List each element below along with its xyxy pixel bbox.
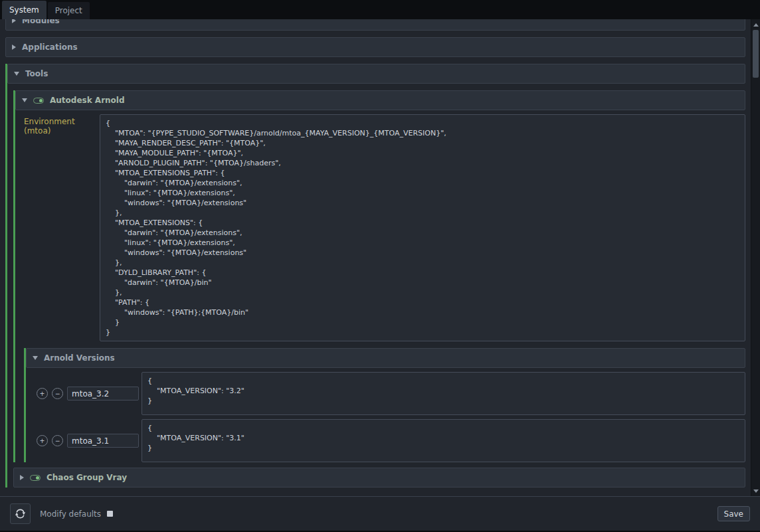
group-chaos-group-vray-header[interactable]: Chaos Group Vray xyxy=(13,468,745,488)
group-tools-header[interactable]: Tools xyxy=(7,64,745,84)
group-tools: Tools Autodesk Arnold Envir xyxy=(5,64,745,488)
tab-bar: System Project xyxy=(0,0,760,19)
vertical-scrollbar[interactable] xyxy=(751,19,760,496)
group-tools-body: Autodesk Arnold Environment (mtoa) { "MT… xyxy=(7,84,745,488)
add-version-button[interactable]: + xyxy=(37,435,48,446)
group-arnold-versions: Arnold Versions + − { "MTOA_VERSION": "3… xyxy=(24,348,745,462)
group-chaos-group-vray: Chaos Group Vray xyxy=(13,468,745,488)
group-autodesk-arnold-body: Environment (mtoa) { "MTOA": "{PYPE_STUD… xyxy=(15,110,745,462)
group-autodesk-arnold: Autodesk Arnold Environment (mtoa) { "MT… xyxy=(13,90,745,462)
arrow-down-icon xyxy=(753,489,759,493)
add-version-button[interactable]: + xyxy=(37,388,48,399)
modify-defaults-label: Modify defaults xyxy=(40,509,101,519)
modify-defaults-checkbox[interactable] xyxy=(107,511,113,517)
chevron-right-icon xyxy=(12,44,16,50)
group-modules: Modules xyxy=(5,19,745,31)
chevron-down-icon xyxy=(33,356,38,360)
group-autodesk-arnold-title: Autodesk Arnold xyxy=(50,96,125,105)
tab-project[interactable]: Project xyxy=(48,2,90,19)
tab-system[interactable]: System xyxy=(2,1,47,19)
refresh-button[interactable] xyxy=(10,503,31,524)
group-arnold-versions-title: Arnold Versions xyxy=(44,353,115,363)
group-applications: Applications xyxy=(5,37,745,57)
group-arnold-versions-header[interactable]: Arnold Versions xyxy=(26,348,745,368)
remove-version-button[interactable]: − xyxy=(52,435,63,446)
environment-json-textarea[interactable]: { "MTOA": "{PYPE_STUDIO_SOFTWARE}/arnold… xyxy=(100,114,745,341)
group-arnold-versions-body: + − { "MTOA_VERSION": "3.2" } + − xyxy=(26,368,745,462)
scroll-down-button[interactable] xyxy=(751,486,760,495)
version-name-input[interactable] xyxy=(67,387,139,400)
footer-bar: Modify defaults Save xyxy=(0,496,760,531)
group-modules-title: Modules xyxy=(22,19,60,25)
group-modules-header[interactable]: Modules xyxy=(5,19,745,31)
settings-viewport: Modules Applications Tools xyxy=(0,19,760,496)
save-button[interactable]: Save xyxy=(717,506,750,521)
version-row: + − { "MTOA_VERSION": "3.1" } xyxy=(37,419,745,462)
chevron-right-icon xyxy=(20,475,24,480)
group-applications-title: Applications xyxy=(22,43,78,52)
group-autodesk-arnold-header[interactable]: Autodesk Arnold xyxy=(15,90,745,110)
chevron-right-icon xyxy=(12,19,16,23)
arnold-enabled-toggle-icon[interactable] xyxy=(33,98,44,104)
group-chaos-group-vray-title: Chaos Group Vray xyxy=(47,473,127,482)
scroll-up-button[interactable] xyxy=(751,20,760,29)
settings-window: System Project Modules Applications xyxy=(0,0,760,532)
version-json-textarea[interactable]: { "MTOA_VERSION": "3.1" } xyxy=(142,419,745,462)
chevron-down-icon xyxy=(22,98,27,102)
vray-enabled-toggle-icon[interactable] xyxy=(30,475,41,481)
environment-label: Environment (mtoa) xyxy=(24,114,100,135)
scrollbar-thumb[interactable] xyxy=(753,30,759,78)
refresh-icon xyxy=(15,508,26,519)
remove-version-button[interactable]: − xyxy=(52,388,63,399)
chevron-down-icon xyxy=(14,72,19,76)
environment-row: Environment (mtoa) { "MTOA": "{PYPE_STUD… xyxy=(24,114,745,341)
version-row: + − { "MTOA_VERSION": "3.2" } xyxy=(37,372,745,415)
version-name-input[interactable] xyxy=(67,434,139,448)
version-json-textarea[interactable]: { "MTOA_VERSION": "3.2" } xyxy=(142,372,745,415)
settings-content: Modules Applications Tools xyxy=(0,19,751,496)
arrow-up-icon xyxy=(753,23,759,27)
group-applications-header[interactable]: Applications xyxy=(5,37,745,57)
group-tools-title: Tools xyxy=(25,69,48,78)
